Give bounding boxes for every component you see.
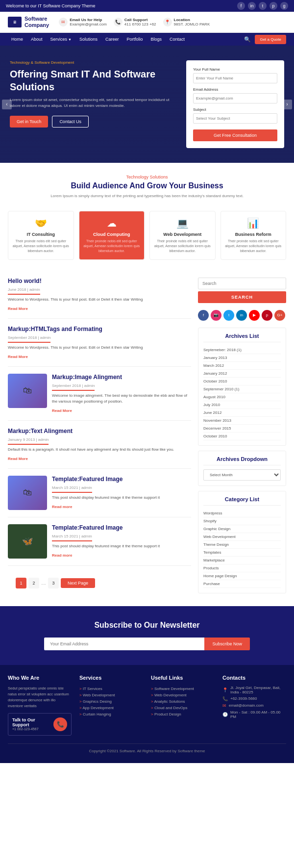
archive-item[interactable]: Septemmer 2010 (1): [203, 385, 281, 393]
social-tw[interactable]: t: [259, 2, 267, 10]
social-pi[interactable]: p: [270, 2, 277, 10]
page-btn-1[interactable]: 1: [16, 578, 26, 588]
top-bar: Welcome to our IT Software Company Theme…: [0, 0, 294, 12]
social-fb[interactable]: f: [237, 2, 245, 10]
get-quote-button[interactable]: Get a Quote: [255, 35, 286, 44]
category-item[interactable]: Home page Design: [203, 572, 281, 580]
post-meta-4: March 15 2021 | admin: [52, 485, 92, 493]
category-item[interactable]: Shopify: [203, 517, 281, 525]
nav-career[interactable]: Career: [102, 33, 122, 46]
blog-post-0: Hello world! June 2018 | admin Welcome t…: [8, 278, 191, 319]
archive-item[interactable]: October 2010: [203, 378, 281, 385]
category-item[interactable]: Web Development: [203, 533, 281, 541]
nav-home[interactable]: Home: [8, 33, 26, 46]
social-gp[interactable]: g: [280, 2, 288, 10]
footer-link-4[interactable]: Product Design: [151, 711, 215, 717]
archive-item[interactable]: August 2010: [203, 393, 281, 401]
name-input[interactable]: [193, 73, 277, 83]
top-bar-social: f in t p g: [237, 2, 288, 10]
footer-service-1[interactable]: Web Development: [79, 692, 143, 698]
nav-services[interactable]: Services▼: [47, 33, 75, 46]
footer-col-links: Useful Links Software Development Web De…: [151, 675, 215, 736]
get-in-touch-button[interactable]: Get in Touch: [10, 116, 48, 128]
service-card-2[interactable]: 💻 Web Development Their proinde nobis el…: [149, 211, 216, 259]
category-item[interactable]: Templates: [203, 549, 281, 557]
support-button[interactable]: Talk to Our Support +1 002-123-4567 📞: [8, 713, 72, 736]
category-item[interactable]: Purchase: [203, 580, 281, 588]
consulting-icon: 🤝: [12, 217, 70, 229]
service-card-3[interactable]: 📊 Business Reform Their proinde nobis el…: [220, 211, 287, 259]
linkedin-icon[interactable]: in: [236, 310, 247, 321]
archives-select[interactable]: Select Month: [203, 469, 281, 481]
service-desc-1: Their proinde nobis elit sed quiter alqu…: [83, 239, 141, 253]
read-more-4[interactable]: Read more: [52, 505, 72, 509]
archive-item[interactable]: Decemver 2015: [203, 425, 281, 433]
footer-service-3[interactable]: App Development: [79, 705, 143, 711]
service-card-0[interactable]: 🤝 IT Consulting Their proinde nobis elit…: [8, 211, 74, 259]
category-item[interactable]: Wordpress: [203, 510, 281, 517]
next-page-button[interactable]: Next Page: [61, 578, 95, 588]
post-title-0: Hello world!: [8, 278, 191, 284]
search-button[interactable]: SEARCH: [198, 291, 286, 303]
consult-button[interactable]: Get Free Consultation: [193, 129, 277, 141]
search-icon[interactable]: 🔍: [244, 36, 251, 43]
subject-input[interactable]: [193, 113, 277, 124]
read-more-0[interactable]: Read More: [8, 306, 28, 311]
archive-item[interactable]: November 2013: [203, 417, 281, 425]
nav-blogs[interactable]: Blogs: [147, 33, 166, 46]
footer-link-3[interactable]: Cloud and DevOps: [151, 705, 215, 711]
service-card-1[interactable]: ☁ Cloud Computing Their proinde nobis el…: [79, 211, 145, 259]
footer-location-icon: 📍: [222, 688, 228, 692]
read-more-5[interactable]: Read more: [52, 553, 72, 558]
nav-solutions[interactable]: Solutions: [76, 33, 101, 46]
newsletter-section: Subscribe to Our Newsletter Subscribe No…: [0, 606, 294, 665]
blog-post-1: Markup:HTMLTags and Formating September …: [8, 326, 191, 367]
category-item[interactable]: Theme Design: [203, 541, 281, 549]
email-input[interactable]: [193, 93, 277, 103]
search-input[interactable]: [198, 278, 286, 289]
footer-link-2[interactable]: Analytic Solutions: [151, 698, 215, 705]
post-meta-0: June 2018 | admin: [8, 287, 40, 295]
footer-service-2[interactable]: Graphics Desing: [79, 698, 143, 705]
social-in[interactable]: in: [248, 2, 256, 10]
page-btn-3[interactable]: 3: [48, 578, 59, 588]
nav-portfolio[interactable]: Portfolio: [123, 33, 147, 46]
category-item[interactable]: Marketplace: [203, 557, 281, 564]
footer-link-0[interactable]: Software Development: [151, 686, 215, 692]
hero-next-button[interactable]: ›: [282, 100, 292, 109]
youtube-icon[interactable]: ▶: [249, 310, 260, 321]
category-item[interactable]: Graphic Design: [203, 525, 281, 533]
archive-item[interactable]: January 2013: [203, 354, 281, 362]
read-more-2[interactable]: Read More: [52, 408, 72, 413]
footer-service-4[interactable]: Curtain Hanging: [79, 711, 143, 717]
read-more-1[interactable]: Read More: [8, 355, 28, 359]
blog-layout: Hello world! June 2018 | admin Welcome t…: [0, 270, 294, 606]
newsletter-button[interactable]: Subscribe Now: [204, 638, 250, 650]
category-item[interactable]: Products: [203, 564, 281, 572]
instagram-icon[interactable]: 📷: [211, 310, 221, 321]
archive-item[interactable]: October 2010: [203, 433, 281, 440]
page-btn-2[interactable]: 2: [28, 578, 39, 588]
archive-item[interactable]: Septemeber: 2018 (1): [203, 346, 281, 354]
archive-item[interactable]: January 2012: [203, 370, 281, 378]
contact-email: ✉ Email Us for Help Example@gmail.com: [59, 18, 107, 26]
archive-item[interactable]: July 2010: [203, 401, 281, 409]
facebook-icon[interactable]: f: [198, 310, 209, 321]
read-more-3[interactable]: Read More: [8, 457, 28, 461]
archive-item[interactable]: March 2012: [203, 362, 281, 370]
nav-contact[interactable]: Contact: [166, 33, 188, 46]
hero-prev-button[interactable]: ‹: [2, 100, 12, 109]
services-cards: 🤝 IT Consulting Their proinde nobis elit…: [0, 204, 294, 269]
contact-us-button[interactable]: Contact Us: [52, 116, 89, 128]
nav-about[interactable]: About: [27, 33, 46, 46]
twitter-icon[interactable]: t: [223, 310, 234, 321]
footer-link-1[interactable]: Web Development: [151, 692, 215, 698]
pinterest-icon[interactable]: p: [262, 310, 272, 321]
footer-links-list: Software Development Web Development Ana…: [151, 686, 215, 717]
googleplus-icon[interactable]: G+: [274, 310, 285, 321]
service-title-0: IT Consulting: [12, 232, 70, 237]
archive-item[interactable]: June 2012: [203, 409, 281, 417]
newsletter-input[interactable]: [44, 638, 204, 650]
footer-service-0[interactable]: IT Services: [79, 686, 143, 692]
footer-email-icon: ✉: [222, 703, 226, 708]
